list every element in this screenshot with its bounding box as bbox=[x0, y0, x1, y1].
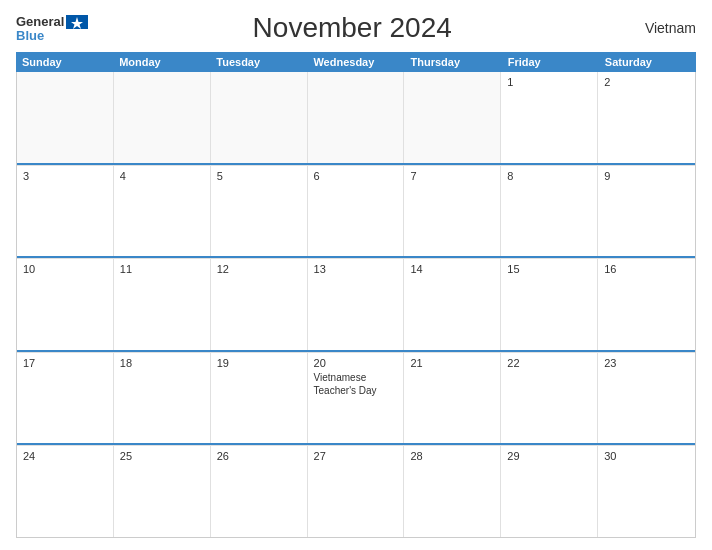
calendar-cell: 10 bbox=[17, 259, 114, 350]
day-number: 13 bbox=[314, 263, 398, 275]
calendar-title: November 2024 bbox=[88, 12, 616, 44]
calendar-page: General Blue November 2024 Vietnam Sunda… bbox=[0, 0, 712, 550]
calendar-grid: SundayMondayTuesdayWednesdayThursdayFrid… bbox=[16, 52, 696, 538]
header-day-sunday: Sunday bbox=[16, 52, 113, 72]
day-number: 8 bbox=[507, 170, 591, 182]
day-number: 14 bbox=[410, 263, 494, 275]
calendar-week-5: 24252627282930 bbox=[17, 445, 695, 538]
calendar-header-row: SundayMondayTuesdayWednesdayThursdayFrid… bbox=[16, 52, 696, 72]
logo: General Blue bbox=[16, 15, 88, 42]
calendar-cell: 17 bbox=[17, 353, 114, 444]
calendar-cell: 9 bbox=[598, 166, 695, 257]
day-number: 15 bbox=[507, 263, 591, 275]
calendar-cell: 3 bbox=[17, 166, 114, 257]
calendar-cell bbox=[211, 72, 308, 163]
day-number: 2 bbox=[604, 76, 689, 88]
day-number: 16 bbox=[604, 263, 689, 275]
day-number: 18 bbox=[120, 357, 204, 369]
day-number: 11 bbox=[120, 263, 204, 275]
calendar-week-1: 12 bbox=[17, 72, 695, 165]
calendar-cell bbox=[404, 72, 501, 163]
day-number: 21 bbox=[410, 357, 494, 369]
day-number: 9 bbox=[604, 170, 689, 182]
calendar-cell: 30 bbox=[598, 446, 695, 537]
day-number: 29 bbox=[507, 450, 591, 462]
logo-flag-icon bbox=[66, 15, 88, 29]
country-label: Vietnam bbox=[616, 20, 696, 36]
calendar-cell: 13 bbox=[308, 259, 405, 350]
day-number: 6 bbox=[314, 170, 398, 182]
day-number: 1 bbox=[507, 76, 591, 88]
calendar-cell: 26 bbox=[211, 446, 308, 537]
calendar-cell: 16 bbox=[598, 259, 695, 350]
header-day-wednesday: Wednesday bbox=[307, 52, 404, 72]
day-number: 12 bbox=[217, 263, 301, 275]
calendar-cell: 14 bbox=[404, 259, 501, 350]
calendar-week-2: 3456789 bbox=[17, 165, 695, 259]
calendar-cell bbox=[114, 72, 211, 163]
calendar-cell: 22 bbox=[501, 353, 598, 444]
calendar-cell: 15 bbox=[501, 259, 598, 350]
calendar-cell: 4 bbox=[114, 166, 211, 257]
day-number: 19 bbox=[217, 357, 301, 369]
day-number: 4 bbox=[120, 170, 204, 182]
calendar-cell: 2 bbox=[598, 72, 695, 163]
header: General Blue November 2024 Vietnam bbox=[16, 12, 696, 44]
calendar-cell: 11 bbox=[114, 259, 211, 350]
day-number: 5 bbox=[217, 170, 301, 182]
day-number: 28 bbox=[410, 450, 494, 462]
calendar-cell bbox=[308, 72, 405, 163]
header-day-friday: Friday bbox=[502, 52, 599, 72]
day-number: 17 bbox=[23, 357, 107, 369]
calendar-cell: 19 bbox=[211, 353, 308, 444]
calendar-cell: 12 bbox=[211, 259, 308, 350]
event-label: Vietnamese Teacher's Day bbox=[314, 372, 377, 396]
day-number: 3 bbox=[23, 170, 107, 182]
calendar-cell: 8 bbox=[501, 166, 598, 257]
header-day-tuesday: Tuesday bbox=[210, 52, 307, 72]
header-day-monday: Monday bbox=[113, 52, 210, 72]
calendar-week-3: 10111213141516 bbox=[17, 258, 695, 352]
calendar-cell: 5 bbox=[211, 166, 308, 257]
calendar-cell: 7 bbox=[404, 166, 501, 257]
day-number: 7 bbox=[410, 170, 494, 182]
logo-blue-text: Blue bbox=[16, 29, 44, 42]
calendar-cell: 20Vietnamese Teacher's Day bbox=[308, 353, 405, 444]
calendar-cell: 29 bbox=[501, 446, 598, 537]
calendar-cell: 1 bbox=[501, 72, 598, 163]
day-number: 20 bbox=[314, 357, 398, 369]
day-number: 24 bbox=[23, 450, 107, 462]
calendar-cell: 27 bbox=[308, 446, 405, 537]
day-number: 26 bbox=[217, 450, 301, 462]
calendar-cell: 24 bbox=[17, 446, 114, 537]
calendar-week-4: 17181920Vietnamese Teacher's Day212223 bbox=[17, 352, 695, 446]
day-number: 10 bbox=[23, 263, 107, 275]
calendar-cell: 23 bbox=[598, 353, 695, 444]
calendar-cell: 6 bbox=[308, 166, 405, 257]
day-number: 23 bbox=[604, 357, 689, 369]
calendar-cell: 18 bbox=[114, 353, 211, 444]
calendar-cell: 21 bbox=[404, 353, 501, 444]
calendar-cell: 28 bbox=[404, 446, 501, 537]
logo-general-text: General bbox=[16, 15, 64, 28]
day-number: 22 bbox=[507, 357, 591, 369]
day-number: 25 bbox=[120, 450, 204, 462]
calendar-cell bbox=[17, 72, 114, 163]
header-day-saturday: Saturday bbox=[599, 52, 696, 72]
header-day-thursday: Thursday bbox=[405, 52, 502, 72]
calendar-body: 1234567891011121314151617181920Vietnames… bbox=[16, 72, 696, 538]
day-number: 30 bbox=[604, 450, 689, 462]
day-number: 27 bbox=[314, 450, 398, 462]
calendar-cell: 25 bbox=[114, 446, 211, 537]
